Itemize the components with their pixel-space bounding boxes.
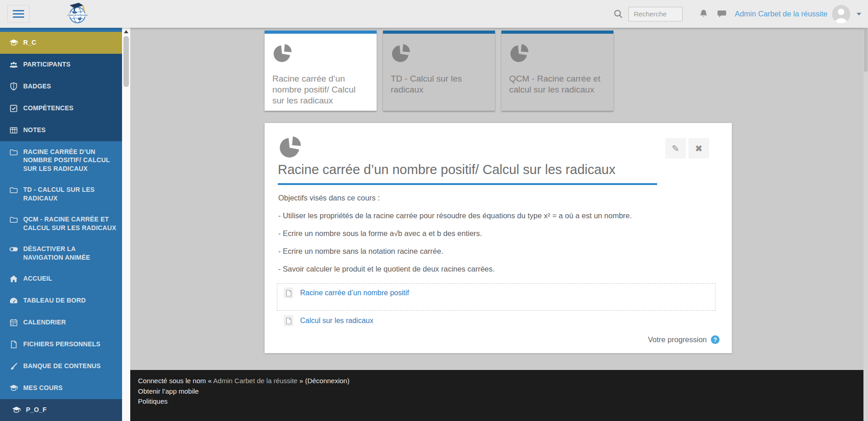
- section-card-title: Racine carrée d’un nombre positif/ Calcu…: [272, 73, 369, 106]
- top-bar: Carbet de la Réussite Admin Carbet de la…: [0, 0, 868, 28]
- site-logo[interactable]: Carbet de la Réussite: [65, 1, 91, 27]
- graduation-cap-icon: [9, 384, 18, 393]
- resource-link-racine-carree[interactable]: Racine carrée d’un nombre positif: [300, 289, 409, 297]
- objective-item: - Savoir calculer le produit et le quoti…: [278, 264, 714, 274]
- file-icon: [284, 288, 293, 298]
- check-square-icon: [9, 104, 18, 113]
- scrollbar-thumb[interactable]: [123, 36, 129, 87]
- sidebar-item-label: BANQUE DE CONTENUS: [23, 362, 101, 370]
- close-icon: ✖: [695, 144, 703, 153]
- sidebar-item-badges[interactable]: BADGES: [0, 76, 122, 98]
- user-menu-name[interactable]: Admin Carbet de la réussite: [735, 10, 827, 18]
- toggle-icon: [9, 245, 18, 254]
- sidebar-item-toggle-animation[interactable]: DÉSACTIVER LA NAVIGATION ANIMÉE: [0, 238, 122, 268]
- sidebar-item-course-rc[interactable]: R_C: [0, 32, 122, 54]
- sidebar-item-fichiers-personnels[interactable]: FICHIERS PERSONNELS: [0, 334, 122, 355]
- folder-icon: [9, 185, 18, 195]
- user-menu-caret-icon[interactable]: [857, 13, 861, 15]
- main-content: Racine carrée d’un nombre positif/ Calcu…: [130, 28, 868, 421]
- page-scrollbar-thumb[interactable]: [864, 29, 868, 72]
- notifications-bell-icon[interactable]: [699, 9, 708, 19]
- logged-in-suffix: »: [297, 377, 305, 385]
- sidebar-item-banque-de-contenus[interactable]: BANQUE DE CONTENUS: [0, 355, 122, 377]
- activity-list: Racine carrée d’un nombre positif Calcul…: [277, 283, 715, 326]
- users-icon: [9, 60, 18, 69]
- graduation-cap-icon: [9, 38, 18, 47]
- sidebar-item-section-racine[interactable]: RACINE CARRÉE D’UN NOMBRE POSITIF/ CALCU…: [0, 141, 122, 180]
- scrollbar-up-arrow-icon[interactable]: [124, 30, 128, 33]
- objective-item: - Utiliser les propriétés de la racine c…: [278, 211, 714, 221]
- sidebar-item-label: CALENDRIER: [23, 318, 66, 327]
- close-button[interactable]: ✖: [689, 138, 709, 159]
- section-card-title: TD - Calcul sur les radicaux: [391, 73, 487, 95]
- search-icon[interactable]: [613, 9, 623, 19]
- progress-label: Votre progression: [648, 335, 707, 344]
- section-card-td[interactable]: TD - Calcul sur les radicaux: [383, 31, 495, 111]
- sidebar-item-label: P_O_F: [26, 406, 46, 414]
- footer-user-link[interactable]: Admin Carbet de la réussite: [213, 377, 297, 385]
- mobile-app-link[interactable]: Obtenir l’app mobile: [138, 386, 868, 397]
- sidebar-item-notes[interactable]: NOTES: [0, 119, 122, 141]
- activity-row: Calcul sur les radicaux: [277, 315, 715, 326]
- moodle-app: Carbet de la Réussite Admin Carbet de la…: [0, 0, 868, 421]
- search-input[interactable]: [628, 7, 683, 21]
- avatar[interactable]: [832, 5, 850, 23]
- pencil-icon: ✎: [672, 144, 679, 153]
- pie-chart-icon: [391, 42, 412, 63]
- logout-link[interactable]: (Déconnexion): [305, 377, 350, 385]
- activity-row-box: Racine carrée d’un nombre positif: [277, 283, 715, 311]
- messages-icon[interactable]: [717, 10, 727, 19]
- sidebar-item-participants[interactable]: PARTICIPANTS: [0, 54, 122, 76]
- progress-indicator: Votre progression ?: [648, 335, 720, 344]
- card-actions: ✎ ✖: [665, 138, 709, 159]
- sidebar-item-label: PARTICIPANTS: [23, 60, 71, 69]
- grades-table-icon: [9, 126, 18, 135]
- sidebar-course-group: R_C PARTICIPANTS BADGES COMPÉTENCES NOTE…: [0, 32, 122, 141]
- header-actions: Admin Carbet de la réussite: [613, 0, 861, 28]
- sidebar-item-label: BADGES: [23, 82, 51, 91]
- page-scrollbar[interactable]: [863, 28, 868, 421]
- sidebar-item-label: MES COURS: [23, 384, 63, 392]
- sidebar-item-accueil[interactable]: ACCUEIL: [0, 268, 122, 290]
- graduation-cap-icon: [12, 406, 21, 415]
- sidebar-item-mes-cours[interactable]: MES COURS: [0, 377, 122, 399]
- help-icon[interactable]: ?: [711, 335, 720, 344]
- home-icon: [9, 274, 18, 283]
- menu-toggle-button[interactable]: [7, 5, 30, 23]
- resource-link-calcul-radicaux[interactable]: Calcul sur les radicaux: [300, 317, 373, 325]
- sidebar-item-calendrier[interactable]: CALENDRIER: [0, 312, 122, 334]
- sidebar-item-label: COMPÉTENCES: [23, 104, 73, 113]
- policies-link[interactable]: Politiques: [138, 396, 868, 407]
- section-card-racine[interactable]: Racine carrée d’un nombre positif/ Calcu…: [265, 31, 377, 111]
- globe-logo-icon: Carbet de la Réussite: [65, 1, 91, 27]
- edit-button[interactable]: ✎: [665, 138, 686, 159]
- sidebar-item-label: QCM - RACINE CARRÉE ET CALCUL SUR LES RA…: [23, 215, 117, 232]
- objective-item: - Ecrire un nombre sous la forme a√b ave…: [278, 229, 714, 238]
- svg-text:Carbet de la Réussite: Carbet de la Réussite: [67, 14, 88, 16]
- logged-in-prefix: Connecté sous le nom «: [138, 377, 213, 385]
- sidebar-top-strip: [0, 28, 122, 32]
- sidebar-item-label: R_C: [23, 38, 36, 47]
- file-icon: [9, 340, 18, 349]
- section-detail-card: ✎ ✖ Racine carrée d’un nombre positif/ C…: [265, 123, 732, 353]
- activity-row: Racine carrée d’un nombre positif: [284, 288, 709, 298]
- sidebar-item-label: TABLEAU DE BORD: [23, 296, 86, 305]
- folder-icon: [9, 148, 18, 157]
- sidebar-item-competences[interactable]: COMPÉTENCES: [0, 98, 122, 119]
- sidebar-item-section-qcm[interactable]: QCM - RACINE CARRÉE ET CALCUL SUR LES RA…: [0, 209, 122, 238]
- sidebar-item-pof[interactable]: P_O_F: [0, 399, 122, 421]
- pie-chart-icon: [272, 42, 293, 63]
- calendar-icon: [9, 318, 18, 327]
- objective-item: - Ecrire un nombre sans la notation raci…: [278, 246, 714, 256]
- file-icon: [284, 315, 293, 326]
- folder-icon: [9, 215, 18, 224]
- pie-chart-icon: [278, 134, 303, 159]
- sidebar-item-label: DÉSACTIVER LA NAVIGATION ANIMÉE: [23, 245, 117, 262]
- section-card-qcm[interactable]: QCM - Racine carrée et calcul sur les ra…: [501, 31, 613, 111]
- sidebar-scrollbar[interactable]: [122, 28, 130, 421]
- dashboard-icon: [9, 296, 18, 305]
- sidebar-item-tableau-de-bord[interactable]: TABLEAU DE BORD: [0, 290, 122, 312]
- shield-icon: [9, 82, 18, 91]
- sidebar-item-label: ACCUEIL: [23, 274, 52, 283]
- sidebar-item-section-td[interactable]: TD - CALCUL SUR LES RADICAUX: [0, 179, 122, 209]
